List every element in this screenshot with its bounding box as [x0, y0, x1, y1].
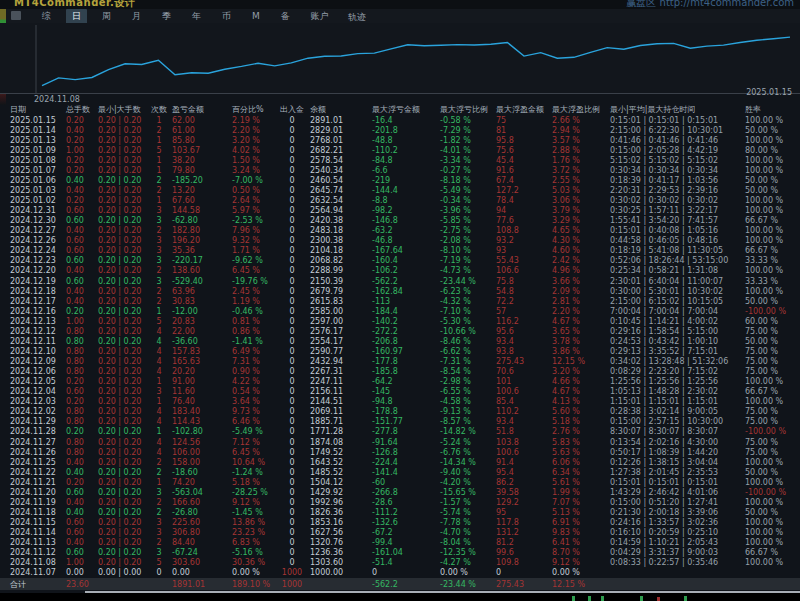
cell-hold-times: 0:52:06 | 18:26:44 | 53:15:00 — [608, 256, 743, 265]
table-row[interactable]: 2025.01.150.200.20 | 0.20162.002.19 %028… — [0, 115, 792, 125]
table-row[interactable]: 2024.12.020.800.20 | 0.204183.409.73 %02… — [0, 407, 792, 417]
cell-balance: 1992.96 — [308, 498, 370, 507]
table-row[interactable]: 2025.01.070.200.20 | 0.20179.803.24 %025… — [0, 165, 792, 175]
table-row[interactable]: 2025.01.130.200.20 | 0.20185.803.20 %027… — [0, 135, 792, 145]
menu-item-9[interactable]: 账户 — [305, 9, 335, 24]
cell-date: 合计 — [8, 579, 64, 590]
menu-item-0[interactable]: 综 — [36, 9, 57, 24]
table-row[interactable]: 2025.01.140.400.20 | 0.20261.002.20 %028… — [0, 125, 792, 135]
cell-max-float-loss: -28.6 — [370, 498, 438, 507]
cell-max-float-profit-pct: 5.61 % — [550, 478, 608, 487]
table-row[interactable]: 2024.12.160.200.20 | 0.201-12.00-0.46 %0… — [0, 306, 792, 316]
menu-item-2[interactable]: 周 — [96, 9, 117, 24]
table-row[interactable]: 2024.11.150.600.20 | 0.203225.6013.86 %0… — [0, 518, 792, 528]
cell-count: 1 — [146, 427, 170, 436]
table-row[interactable]: 2024.11.210.200.20 | 0.20174.205.18 %015… — [0, 477, 792, 487]
menu-item-3[interactable]: 月 — [126, 9, 147, 24]
table-row[interactable]: 2024.12.110.800.20 | 0.204-36.60-1.41 %0… — [0, 336, 792, 346]
cell-pnl: -12.00 — [170, 307, 230, 316]
table-row[interactable]: 2024.11.260.800.20 | 0.204106.006.45 %01… — [0, 447, 792, 457]
table-row[interactable]: 2025.01.080.200.20 | 0.20138.201.50 %025… — [0, 155, 792, 165]
cell-minmax-lots: 0.20 | 0.20 — [96, 226, 146, 235]
table-row[interactable]: 2025.01.060.400.20 | 0.202-185.20-7.00 %… — [0, 175, 792, 185]
cell-max-float-loss-pct: -4.73 % — [438, 266, 494, 275]
table-row[interactable]: 2024.12.100.800.20 | 0.204157.836.49 %02… — [0, 346, 792, 356]
menu-item-6[interactable]: 币 — [216, 9, 237, 24]
cell-max-float-loss-pct: -7.29 % — [438, 126, 494, 135]
table-total-row: 合计23.601891.01189.10 %1000-562.2-23.44 %… — [0, 578, 800, 590]
menu-item-7[interactable]: M — [246, 10, 266, 22]
menu-item-5[interactable]: 年 — [186, 9, 207, 24]
cell-minmax-lots: 0.20 | 0.20 — [96, 146, 146, 155]
cell-pnl-pct: -19.76 % — [230, 277, 274, 286]
table-row[interactable]: 2024.12.040.600.20 | 0.20311.600.54 %021… — [0, 387, 792, 397]
cell-max-float-loss: -8.8 — [370, 196, 438, 205]
cell-minmax-lots: 0.20 | 0.20 — [96, 317, 146, 326]
table-row[interactable]: 2024.12.050.200.20 | 0.20191.004.22 %022… — [0, 377, 792, 387]
table-row[interactable]: 2024.12.240.600.20 | 0.20335.361.71 %021… — [0, 246, 792, 256]
table-row[interactable]: 2024.11.290.800.20 | 0.204114.436.46 %01… — [0, 417, 792, 427]
table-row[interactable]: 2024.11.130.400.20 | 0.20284.406.83 %013… — [0, 538, 792, 548]
app-menu-icon[interactable] — [11, 11, 21, 20]
table-row[interactable]: 2024.11.140.600.20 | 0.203306.8023.23 %0… — [0, 528, 792, 538]
cell-max-float-loss: -184.4 — [370, 307, 438, 316]
cell-inout: 0 — [274, 307, 308, 316]
table-row[interactable]: 2024.12.300.600.20 | 0.203-62.80-2.53 %0… — [0, 216, 792, 226]
table-row[interactable]: 2024.12.230.600.20 | 0.203-220.17-9.62 %… — [0, 256, 792, 266]
table-row[interactable]: 2024.11.190.400.20 | 0.202166.609.12 %01… — [0, 497, 792, 507]
cell-max-float-profit-pct: 5.60 % — [550, 407, 608, 416]
table-row[interactable]: 2024.12.170.400.20 | 0.20230.831.19 %026… — [0, 296, 792, 306]
cell-max-float-loss-pct: -5.24 % — [438, 438, 494, 447]
menu-item-4[interactable]: 季 — [156, 9, 177, 24]
cell-hold-times: 0:50:17 | 1:08:39 | 1:44:20 — [608, 448, 743, 457]
cell-pnl: -62.80 — [170, 216, 230, 225]
menu-item-1[interactable]: 日 — [66, 9, 87, 24]
cell-max-float-loss-pct: -7.31 % — [438, 357, 494, 366]
cell-win-rate: 75.00 % — [743, 357, 795, 366]
cell-date: 2025.01.03 — [8, 186, 64, 195]
cell-count: 4 — [146, 448, 170, 457]
table-row[interactable]: 2025.01.030.400.20 | 0.20213.200.50 %026… — [0, 185, 792, 195]
table-row[interactable]: 2024.11.070.000.00 | 0.0000.000.00 %1000… — [0, 568, 792, 578]
table-row[interactable]: 2024.12.190.600.20 | 0.203-529.40-19.76 … — [0, 276, 792, 286]
table-row[interactable]: 2024.12.060.800.20 | 0.20420.200.90 %022… — [0, 367, 792, 377]
cell-win-rate: 50.00 % — [743, 186, 795, 195]
cell-date: 2025.01.07 — [8, 166, 64, 175]
cell-pnl-pct: 9.12 % — [230, 498, 274, 507]
cell-date: 2024.11.28 — [8, 427, 64, 436]
table-row[interactable]: 2025.01.020.200.20 | 0.20167.602.64 %026… — [0, 196, 792, 206]
menu-bar: 综日周月季年币M备账户 轨迹 — [0, 9, 800, 23]
table-row[interactable]: 2024.11.250.400.20 | 0.202158.0010.64 %0… — [0, 457, 792, 467]
cell-max-float-profit: 129.2 — [494, 498, 550, 507]
cell-hold-times: 2:20:31 | 2:29:53 | 2:39:16 — [608, 186, 743, 195]
table-row[interactable]: 2024.11.180.400.20 | 0.202-26.80-1.45 %0… — [0, 507, 792, 517]
table-row[interactable]: 2024.11.200.600.20 | 0.203-563.04-28.25 … — [0, 487, 792, 497]
table-row[interactable]: 2024.11.081.000.20 | 0.205303.6030.36 %0… — [0, 558, 792, 568]
cell-lots: 23.60 — [64, 580, 96, 589]
table-row[interactable]: 2024.12.131.000.20 | 0.20520.830.81 %025… — [0, 316, 792, 326]
cell-minmax-lots: 0.20 | 0.20 — [96, 538, 146, 547]
table-row[interactable]: 2024.11.120.600.20 | 0.203-67.24-5.16 %0… — [0, 548, 792, 558]
cell-max-float-loss: -219 — [370, 176, 438, 185]
green-tick — [588, 596, 591, 601]
cell-max-float-loss: -161.04 — [370, 548, 438, 557]
table-row[interactable]: 2024.12.310.600.20 | 0.203144.585.97 %02… — [0, 206, 792, 216]
table-row[interactable]: 2024.12.030.200.20 | 0.20176.403.64 %021… — [0, 397, 792, 407]
table-row[interactable]: 2024.12.270.400.20 | 0.202182.807.96 %02… — [0, 226, 792, 236]
table-row[interactable]: 2024.12.120.800.20 | 0.20422.000.86 %025… — [0, 326, 792, 336]
app-title-link[interactable]: 赢盘区 http://mt4commander.com — [626, 0, 794, 9]
table-row[interactable]: 2024.11.220.400.20 | 0.202-18.60-1.24 %0… — [0, 467, 792, 477]
cell-pnl-pct: 2.19 % — [230, 116, 274, 125]
menu-item-8[interactable]: 备 — [275, 9, 296, 24]
table-row[interactable]: 2024.12.260.600.20 | 0.203196.209.32 %02… — [0, 236, 792, 246]
cell-win-rate: 100.00 % — [743, 498, 795, 507]
table-row[interactable]: 2024.12.200.400.20 | 0.202138.606.45 %02… — [0, 266, 792, 276]
table-row[interactable]: 2024.11.280.200.20 | 0.201-102.80-5.49 %… — [0, 427, 792, 437]
table-row[interactable]: 2024.12.090.800.20 | 0.204165.637.31 %02… — [0, 357, 792, 367]
table-row[interactable]: 2024.12.180.400.20 | 0.20263.962.45 %026… — [0, 286, 792, 296]
table-row[interactable]: 2024.11.270.800.20 | 0.204124.567.12 %01… — [0, 437, 792, 447]
cell-hold-times: 0:24:53 | 0:43:42 | 1:00:10 — [608, 337, 743, 346]
cell-max-float-profit: 103.8 — [494, 438, 550, 447]
cell-max-float-profit-pct: 3.78 % — [550, 337, 608, 346]
table-row[interactable]: 2025.01.091.000.20 | 0.205103.674.02 %02… — [0, 145, 792, 155]
